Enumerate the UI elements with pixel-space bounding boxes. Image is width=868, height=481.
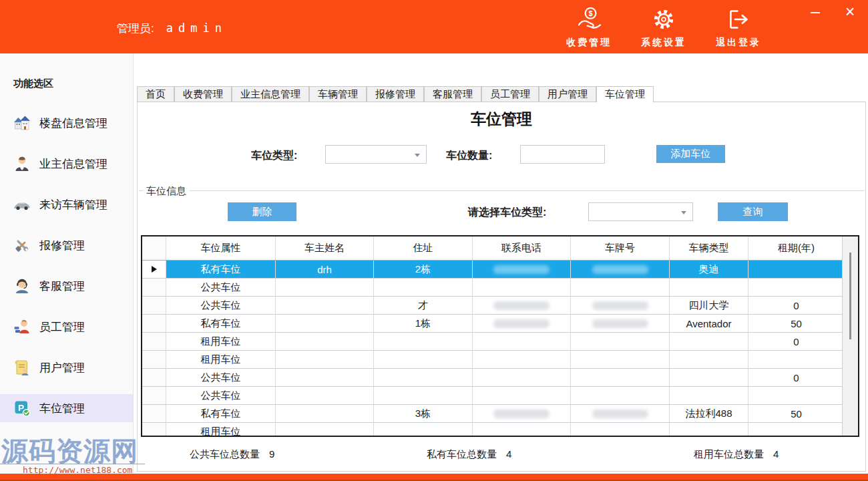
tab-8[interactable]: 车位管理 — [596, 86, 654, 102]
table-cell: 公共车位 — [166, 297, 276, 314]
page-title: 车位管理 — [138, 109, 865, 130]
table-cell — [571, 333, 670, 350]
table-cell — [748, 351, 845, 368]
redacted-text — [592, 301, 648, 310]
filter-type-select[interactable] — [588, 202, 693, 221]
column-header: 联系电话 — [473, 236, 571, 260]
titlebar-action-2[interactable]: 退出登录 — [716, 6, 761, 49]
table-cell: 0 — [748, 297, 845, 314]
table-cell: 50 — [748, 315, 845, 332]
employee-icon — [13, 318, 31, 335]
table-row-2[interactable]: 公共车位才四川大学0 — [142, 297, 858, 315]
redacted-text — [493, 301, 550, 310]
table-cell — [571, 369, 670, 386]
add-parking-button[interactable]: 添加车位 — [656, 145, 725, 163]
table-row-6[interactable]: 公共车位0 — [142, 369, 858, 387]
table-scrollbar[interactable] — [842, 236, 858, 436]
filter-type-label: 请选择车位类型: — [468, 206, 546, 220]
table-cell — [748, 261, 845, 278]
table-cell — [473, 297, 571, 314]
table-cell: 租用车位 — [166, 423, 276, 437]
close-button[interactable]: × — [839, 1, 861, 23]
sidebar-item-0[interactable]: 楼盘信息管理 — [0, 109, 133, 137]
row-header-cell — [142, 369, 166, 386]
table-cell — [276, 351, 374, 368]
table-cell — [670, 369, 748, 386]
sidebar-item-7[interactable]: P车位管理 — [0, 394, 133, 422]
svg-text:$: $ — [588, 9, 592, 17]
summary-value: 4 — [506, 448, 511, 460]
table-cell: 50 — [748, 405, 845, 422]
redacted-text — [592, 319, 648, 328]
building-info-icon — [13, 114, 31, 132]
tab-7[interactable]: 用户管理 — [539, 86, 596, 102]
table-cell — [670, 333, 748, 350]
minimize-button[interactable]: – — [804, 1, 827, 23]
row-header-cell — [142, 351, 166, 368]
row-header-cell — [142, 297, 166, 314]
table-cell: 才 — [374, 297, 473, 314]
column-header: 住址 — [374, 236, 473, 260]
parking-count-label: 车位数量: — [446, 149, 492, 163]
row-header-cell — [142, 423, 166, 437]
summary-bar: 公共车位总数量9私有车位总数量4租用车位总数量4 — [138, 448, 865, 463]
column-header: 车辆类型 — [670, 236, 748, 260]
parking-type-select[interactable] — [325, 145, 427, 164]
owner-info-icon — [13, 155, 31, 172]
tab-3[interactable]: 车辆管理 — [309, 86, 367, 102]
row-header-cell — [142, 279, 166, 296]
row-header-cell — [142, 405, 166, 422]
table-cell — [571, 261, 670, 278]
table-row-3[interactable]: 私有车位1栋Aventador50 — [142, 315, 858, 333]
table-row-4[interactable]: 租用车位0 — [142, 333, 858, 351]
table-cell — [670, 351, 748, 368]
sidebar-item-5[interactable]: 员工管理 — [0, 313, 133, 341]
parking-count-input[interactable] — [520, 145, 605, 164]
table-cell — [473, 387, 571, 404]
sidebar-item-4[interactable]: 客服管理 — [0, 272, 133, 300]
titlebar-action-label: 收费管理 — [566, 37, 612, 49]
table-cell — [571, 387, 670, 404]
scrollbar-thumb[interactable] — [849, 253, 851, 339]
sidebar-item-2[interactable]: 来访车辆管理 — [0, 190, 133, 218]
table-cell — [571, 351, 670, 368]
sidebar-item-label: 来访车辆管理 — [39, 197, 107, 212]
titlebar-actions: $收费管理系统设置退出登录 — [566, 6, 761, 49]
table-cell: drh — [276, 261, 374, 278]
tab-4[interactable]: 报修管理 — [367, 86, 424, 102]
table-cell — [748, 279, 845, 296]
row-header-cell — [142, 387, 166, 404]
table-row-0[interactable]: 私有车位drh2栋奥迪 — [142, 261, 858, 279]
parking-management-panel: 车位管理 车位类型: 车位数量: 添加车位 车位信息 删除 请选择车位类型: 查… — [137, 102, 866, 472]
table-cell — [276, 333, 374, 350]
table-cell — [571, 423, 670, 437]
tab-0[interactable]: 首页 — [137, 86, 174, 102]
tab-1[interactable]: 收费管理 — [174, 86, 232, 102]
table-row-1[interactable]: 公共车位 — [142, 279, 858, 297]
tab-2[interactable]: 业主信息管理 — [232, 86, 309, 102]
tab-5[interactable]: 客服管理 — [424, 86, 481, 102]
sidebar-item-3[interactable]: 报修管理 — [0, 231, 133, 259]
sidebar: 功能选区 楼盘信息管理业主信息管理来访车辆管理报修管理客服管理员工管理用户管理P… — [0, 53, 134, 481]
titlebar-action-1[interactable]: 系统设置 — [641, 6, 686, 49]
tab-6[interactable]: 员工管理 — [481, 86, 539, 102]
redacted-text — [493, 265, 550, 274]
table-row-5[interactable]: 租用车位 — [142, 351, 858, 369]
titlebar-action-0[interactable]: $收费管理 — [566, 6, 612, 49]
query-button[interactable]: 查询 — [718, 202, 788, 221]
table-row-7[interactable]: 公共车位 — [142, 387, 858, 405]
table-cell — [374, 387, 473, 404]
tab-bar: 首页收费管理业主信息管理车辆管理报修管理客服管理员工管理用户管理车位管理 — [137, 87, 866, 102]
table-cell — [670, 387, 748, 404]
sidebar-item-6[interactable]: 用户管理 — [0, 353, 133, 381]
delete-button[interactable]: 删除 — [228, 202, 296, 221]
table-row-8[interactable]: 私有车位3栋法拉利48850 — [142, 405, 858, 423]
table-cell: Aventador — [670, 315, 748, 332]
table-row-9[interactable]: 租用车位 — [142, 423, 858, 437]
table-cell: 租用车位 — [166, 351, 276, 368]
table-cell — [374, 423, 473, 437]
sidebar-item-1[interactable]: 业主信息管理 — [0, 150, 133, 178]
table-cell — [571, 279, 670, 296]
row-header-cell — [142, 315, 166, 332]
redacted-text — [493, 410, 550, 418]
